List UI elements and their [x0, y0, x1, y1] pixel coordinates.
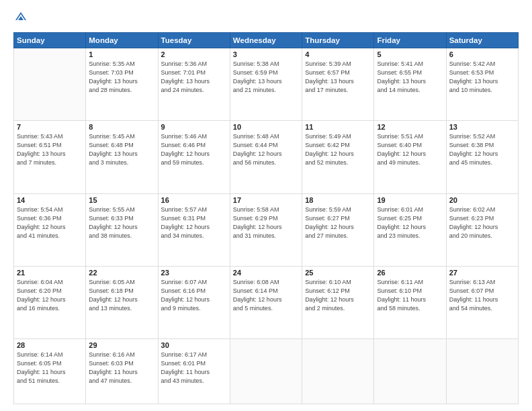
calendar-cell: 20Sunrise: 6:02 AMSunset: 6:23 PMDayligh…	[446, 193, 518, 266]
day-number: 30	[161, 341, 227, 349]
calendar-cell: 3Sunrise: 5:38 AMSunset: 6:59 PMDaylight…	[230, 48, 302, 121]
day-info: Sunrise: 5:41 AMSunset: 6:55 PMDaylight:…	[377, 60, 443, 95]
calendar-cell	[302, 339, 374, 404]
calendar-cell: 25Sunrise: 6:10 AMSunset: 6:12 PMDayligh…	[302, 266, 374, 338]
calendar-cell: 12Sunrise: 5:51 AMSunset: 6:40 PMDayligh…	[374, 121, 446, 193]
day-number: 25	[305, 269, 371, 277]
day-number: 19	[377, 196, 443, 204]
day-info: Sunrise: 5:42 AMSunset: 6:53 PMDaylight:…	[449, 60, 515, 95]
day-number: 23	[161, 269, 227, 277]
day-number: 4	[305, 50, 371, 58]
calendar-cell: 29Sunrise: 6:16 AMSunset: 6:03 PMDayligh…	[86, 339, 158, 404]
weekday-header-thursday: Thursday	[302, 33, 374, 48]
day-info: Sunrise: 6:13 AMSunset: 6:07 PMDaylight:…	[449, 278, 515, 313]
day-number: 1	[89, 50, 154, 58]
weekday-header-friday: Friday	[374, 33, 446, 48]
day-info: Sunrise: 6:04 AMSunset: 6:20 PMDaylight:…	[17, 278, 83, 313]
day-info: Sunrise: 5:59 AMSunset: 6:27 PMDaylight:…	[305, 205, 371, 240]
calendar-cell: 1Sunrise: 5:35 AMSunset: 7:03 PMDaylight…	[86, 48, 158, 121]
day-number: 27	[449, 269, 515, 277]
day-number: 13	[449, 123, 515, 131]
weekday-header-wednesday: Wednesday	[230, 33, 302, 48]
day-number: 20	[449, 196, 515, 204]
day-info: Sunrise: 5:43 AMSunset: 6:51 PMDaylight:…	[17, 132, 83, 167]
day-number: 8	[89, 123, 154, 131]
day-info: Sunrise: 5:54 AMSunset: 6:36 PMDaylight:…	[17, 205, 83, 240]
day-info: Sunrise: 5:39 AMSunset: 6:57 PMDaylight:…	[305, 60, 371, 95]
calendar-cell: 21Sunrise: 6:04 AMSunset: 6:20 PMDayligh…	[14, 266, 86, 338]
day-info: Sunrise: 6:07 AMSunset: 6:16 PMDaylight:…	[161, 278, 227, 313]
calendar-cell: 10Sunrise: 5:48 AMSunset: 6:44 PMDayligh…	[230, 121, 302, 193]
calendar-cell	[374, 339, 446, 404]
calendar-cell: 15Sunrise: 5:55 AMSunset: 6:33 PMDayligh…	[86, 193, 158, 266]
day-info: Sunrise: 5:55 AMSunset: 6:33 PMDaylight:…	[89, 205, 154, 240]
weekday-header-saturday: Saturday	[446, 33, 518, 48]
calendar-cell: 11Sunrise: 5:49 AMSunset: 6:42 PMDayligh…	[302, 121, 374, 193]
calendar-cell: 13Sunrise: 5:52 AMSunset: 6:38 PMDayligh…	[446, 121, 518, 193]
day-number: 29	[89, 341, 154, 349]
day-number: 14	[17, 196, 83, 204]
day-info: Sunrise: 6:02 AMSunset: 6:23 PMDaylight:…	[449, 205, 515, 240]
calendar-cell: 6Sunrise: 5:42 AMSunset: 6:53 PMDaylight…	[446, 48, 518, 121]
calendar-cell: 24Sunrise: 6:08 AMSunset: 6:14 PMDayligh…	[230, 266, 302, 338]
calendar-cell: 17Sunrise: 5:58 AMSunset: 6:29 PMDayligh…	[230, 193, 302, 266]
calendar-cell: 16Sunrise: 5:57 AMSunset: 6:31 PMDayligh…	[158, 193, 230, 266]
day-number: 16	[161, 196, 227, 204]
day-number: 3	[233, 50, 299, 58]
day-number: 6	[449, 50, 515, 58]
day-info: Sunrise: 6:10 AMSunset: 6:12 PMDaylight:…	[305, 278, 371, 313]
day-number: 18	[305, 196, 371, 204]
calendar-cell: 28Sunrise: 6:14 AMSunset: 6:05 PMDayligh…	[14, 339, 86, 404]
day-info: Sunrise: 5:51 AMSunset: 6:40 PMDaylight:…	[377, 132, 443, 167]
day-info: Sunrise: 6:11 AMSunset: 6:10 PMDaylight:…	[377, 278, 443, 313]
day-info: Sunrise: 6:16 AMSunset: 6:03 PMDaylight:…	[89, 351, 154, 385]
day-info: Sunrise: 5:46 AMSunset: 6:46 PMDaylight:…	[161, 132, 227, 167]
day-info: Sunrise: 5:58 AMSunset: 6:29 PMDaylight:…	[233, 205, 299, 240]
day-info: Sunrise: 5:52 AMSunset: 6:38 PMDaylight:…	[449, 132, 515, 167]
calendar-cell: 23Sunrise: 6:07 AMSunset: 6:16 PMDayligh…	[158, 266, 230, 338]
calendar-cell: 19Sunrise: 6:01 AMSunset: 6:25 PMDayligh…	[374, 193, 446, 266]
day-info: Sunrise: 5:48 AMSunset: 6:44 PMDaylight:…	[233, 132, 299, 167]
weekday-header-sunday: Sunday	[14, 33, 86, 48]
day-info: Sunrise: 6:17 AMSunset: 6:01 PMDaylight:…	[161, 351, 227, 385]
calendar-cell: 22Sunrise: 6:05 AMSunset: 6:18 PMDayligh…	[86, 266, 158, 338]
weekday-header-tuesday: Tuesday	[158, 33, 230, 48]
day-number: 22	[89, 269, 154, 277]
calendar-cell: 14Sunrise: 5:54 AMSunset: 6:36 PMDayligh…	[14, 193, 86, 266]
day-info: Sunrise: 6:05 AMSunset: 6:18 PMDaylight:…	[89, 278, 154, 313]
day-info: Sunrise: 5:45 AMSunset: 6:48 PMDaylight:…	[89, 132, 154, 167]
day-number: 10	[233, 123, 299, 131]
day-info: Sunrise: 6:08 AMSunset: 6:14 PMDaylight:…	[233, 278, 299, 313]
calendar-cell: 9Sunrise: 5:46 AMSunset: 6:46 PMDaylight…	[158, 121, 230, 193]
calendar-cell: 30Sunrise: 6:17 AMSunset: 6:01 PMDayligh…	[158, 339, 230, 404]
day-number: 11	[305, 123, 371, 131]
day-info: Sunrise: 5:38 AMSunset: 6:59 PMDaylight:…	[233, 60, 299, 95]
weekday-header-monday: Monday	[86, 33, 158, 48]
day-info: Sunrise: 6:14 AMSunset: 6:05 PMDaylight:…	[17, 351, 83, 385]
day-number: 24	[233, 269, 299, 277]
day-number: 2	[161, 50, 227, 58]
calendar-cell	[230, 339, 302, 404]
calendar-cell: 4Sunrise: 5:39 AMSunset: 6:57 PMDaylight…	[302, 48, 374, 121]
calendar-cell: 5Sunrise: 5:41 AMSunset: 6:55 PMDaylight…	[374, 48, 446, 121]
calendar-cell	[446, 339, 518, 404]
day-number: 28	[17, 341, 83, 349]
calendar-cell: 7Sunrise: 5:43 AMSunset: 6:51 PMDaylight…	[14, 121, 86, 193]
calendar-cell: 2Sunrise: 5:36 AMSunset: 7:01 PMDaylight…	[158, 48, 230, 121]
calendar-cell: 27Sunrise: 6:13 AMSunset: 6:07 PMDayligh…	[446, 266, 518, 338]
day-number: 26	[377, 269, 443, 277]
calendar-cell	[14, 48, 86, 121]
calendar-cell: 26Sunrise: 6:11 AMSunset: 6:10 PMDayligh…	[374, 266, 446, 338]
day-info: Sunrise: 5:57 AMSunset: 6:31 PMDaylight:…	[161, 205, 227, 240]
day-number: 21	[17, 269, 83, 277]
day-number: 15	[89, 196, 154, 204]
day-info: Sunrise: 5:49 AMSunset: 6:42 PMDaylight:…	[305, 132, 371, 167]
calendar-cell: 18Sunrise: 5:59 AMSunset: 6:27 PMDayligh…	[302, 193, 374, 266]
day-number: 17	[233, 196, 299, 204]
calendar-cell: 8Sunrise: 5:45 AMSunset: 6:48 PMDaylight…	[86, 121, 158, 193]
day-info: Sunrise: 5:35 AMSunset: 7:03 PMDaylight:…	[89, 60, 154, 95]
logo	[13, 11, 28, 26]
day-number: 12	[377, 123, 443, 131]
day-number: 7	[17, 123, 83, 131]
day-number: 9	[161, 123, 227, 131]
